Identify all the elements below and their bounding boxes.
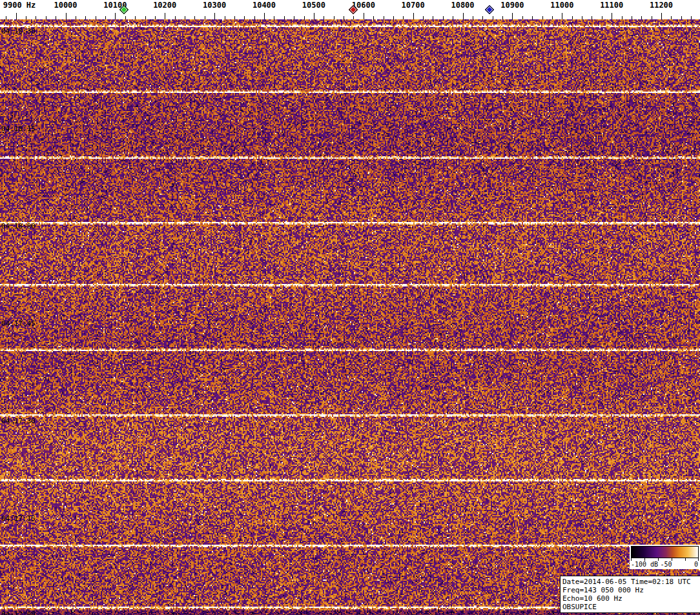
freq-tick-label: 11200 xyxy=(650,1,673,10)
freq-minor-tick xyxy=(194,16,195,19)
freq-tick-label: 10200 xyxy=(153,1,176,10)
info-echo: Echo=10 600 Hz xyxy=(562,594,699,603)
info-frequency: Freq=143 050 000 Hz xyxy=(562,586,699,594)
time-label: 04:17:45 xyxy=(1,319,36,328)
time-label: 04:18:15 xyxy=(1,125,36,133)
freq-tick-label: 10400 xyxy=(252,1,276,10)
freq-minor-tick xyxy=(76,16,76,19)
freq-tick-label: 11000 xyxy=(550,1,573,10)
freq-major-tick xyxy=(314,13,314,19)
color-scale-gradient xyxy=(631,546,699,558)
freq-major-tick xyxy=(413,13,414,19)
freq-minor-tick xyxy=(6,16,6,19)
freq-tick-label: 10000 xyxy=(54,1,77,10)
freq-tick-label: 10500 xyxy=(302,1,325,10)
freq-minor-tick xyxy=(602,16,602,19)
time-label: 04:18:30 xyxy=(1,27,36,35)
legend-mid-label: -50 xyxy=(661,561,672,568)
freq-minor-tick xyxy=(622,16,623,19)
spectrogram-canvas[interactable] xyxy=(0,19,700,615)
spectrum-waterfall-window: 9900 Hz100001010010200103001040010500106… xyxy=(0,0,700,615)
freq-major-tick xyxy=(661,13,662,19)
freq-minor-tick xyxy=(175,16,176,19)
info-date-time: Date=2014-06-05 Time=02:18 UTC xyxy=(562,578,699,586)
freq-minor-tick xyxy=(284,16,285,19)
freq-tick-label: 10300 xyxy=(203,1,226,10)
freq-minor-tick xyxy=(373,16,374,19)
freq-major-tick xyxy=(512,13,513,19)
freq-minor-tick xyxy=(185,16,185,19)
freq-minor-tick xyxy=(353,16,354,19)
freq-minor-tick xyxy=(384,16,384,19)
freq-minor-tick xyxy=(234,16,235,19)
freq-major-tick xyxy=(214,13,215,19)
freq-tick-label: 10800 xyxy=(451,1,474,10)
freq-minor-tick xyxy=(532,16,533,19)
legend-min-label: -100 dB xyxy=(631,561,658,568)
waterfall-area: 04:18:30 04:18:15 04:18:00 04:17:45 04:1… xyxy=(0,19,700,615)
freq-minor-tick xyxy=(572,16,573,19)
freq-major-tick xyxy=(16,13,17,19)
freq-minor-tick xyxy=(473,16,473,19)
time-label: 04:17:00 xyxy=(1,610,36,615)
freq-minor-tick xyxy=(632,16,632,19)
legend-max-label: 0 xyxy=(694,561,698,568)
freq-minor-tick xyxy=(493,16,493,19)
freq-major-tick xyxy=(66,13,67,19)
freq-major-tick xyxy=(463,13,464,19)
color-scale-legend: -100 dB -50 0 xyxy=(630,545,700,569)
freq-minor-tick xyxy=(552,16,553,19)
freq-tick-label: 10700 xyxy=(402,1,425,10)
freq-minor-tick xyxy=(274,16,274,19)
freq-minor-tick xyxy=(443,16,444,19)
frequency-ruler: 9900 Hz100001010010200103001040010500106… xyxy=(0,0,700,19)
freq-minor-tick xyxy=(433,16,433,19)
freq-minor-tick xyxy=(423,16,424,19)
freq-minor-tick xyxy=(522,16,523,19)
freq-major-tick xyxy=(364,13,364,19)
freq-minor-tick xyxy=(145,16,146,19)
freq-major-tick xyxy=(562,13,562,19)
freq-minor-tick xyxy=(344,16,344,19)
freq-minor-tick xyxy=(403,16,404,19)
freq-tick-label: 11100 xyxy=(600,1,623,10)
freq-minor-tick xyxy=(304,16,305,19)
freq-minor-tick xyxy=(105,16,106,19)
time-label: 04:18:00 xyxy=(1,222,36,230)
time-label: 04:17:15 xyxy=(1,514,36,523)
freq-major-tick xyxy=(165,13,165,19)
freq-minor-tick xyxy=(502,16,503,19)
freq-minor-tick xyxy=(26,16,26,19)
time-label: 04:17:30 xyxy=(1,417,36,425)
freq-tick-label: 10900 xyxy=(500,1,524,10)
freq-minor-tick xyxy=(205,16,205,19)
freq-minor-tick xyxy=(582,16,582,19)
freq-minor-tick xyxy=(225,16,225,19)
freq-minor-tick xyxy=(393,16,394,19)
freq-minor-tick xyxy=(135,16,136,19)
freq-minor-tick xyxy=(244,16,245,19)
freq-marker-blue-diamond-icon[interactable] xyxy=(485,5,494,14)
freq-minor-tick xyxy=(294,16,294,19)
freq-minor-tick xyxy=(334,16,335,19)
freq-tick-label: 9900 Hz xyxy=(3,1,36,10)
freq-minor-tick xyxy=(482,16,483,19)
freq-minor-tick xyxy=(324,16,324,19)
freq-minor-tick xyxy=(125,16,126,19)
freq-minor-tick xyxy=(691,16,692,19)
freq-minor-tick xyxy=(641,16,642,19)
freq-minor-tick xyxy=(542,16,543,19)
freq-major-tick xyxy=(264,13,265,19)
freq-minor-tick xyxy=(592,16,592,19)
freq-minor-tick xyxy=(681,16,682,19)
freq-minor-tick xyxy=(155,16,156,19)
color-scale-labels: -100 dB -50 0 xyxy=(631,561,699,569)
observation-info-box: Date=2014-06-05 Time=02:18 UTC Freq=143 … xyxy=(560,576,700,613)
freq-minor-tick xyxy=(36,16,36,19)
freq-minor-tick xyxy=(671,16,672,19)
freq-major-tick xyxy=(115,13,116,19)
freq-minor-tick xyxy=(254,16,255,19)
freq-minor-tick xyxy=(85,16,86,19)
freq-minor-tick xyxy=(96,16,96,19)
freq-minor-tick xyxy=(652,16,652,19)
